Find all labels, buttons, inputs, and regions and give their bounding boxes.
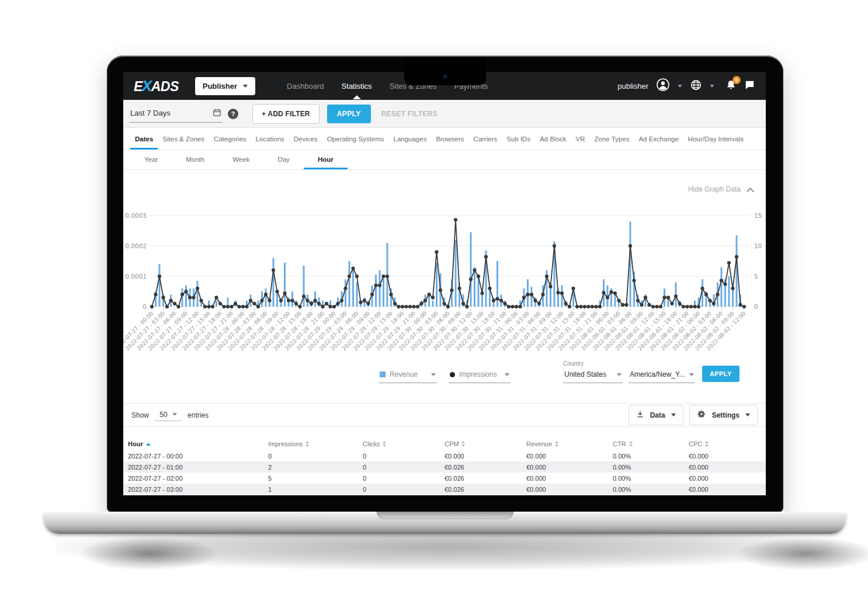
laptop-screen-bezel: EXADS Publisher DashboardStatisticsSites… xyxy=(107,55,783,513)
tab[interactable]: Sites & Zones xyxy=(158,128,209,150)
subtab[interactable]: Hour xyxy=(304,150,348,169)
country-group: Country United States xyxy=(563,360,623,383)
column-header[interactable]: Revenue xyxy=(526,440,613,447)
column-header[interactable]: CPM xyxy=(445,440,526,447)
table-row[interactable]: 2022-07-27 - 02:0050€0.026€0.0000.00%€0.… xyxy=(123,473,766,484)
subtab[interactable]: Month xyxy=(172,150,218,169)
entries-label: entries xyxy=(188,411,209,419)
role-selector[interactable]: Publisher xyxy=(195,77,255,95)
country-label: Country xyxy=(563,360,623,367)
chevron-down-icon xyxy=(431,373,436,376)
reset-filters-button[interactable]: RESET FILTERS xyxy=(381,110,438,118)
webcam-icon xyxy=(443,75,447,78)
hide-graph-toggle[interactable]: Hide Graph Data xyxy=(123,184,766,194)
chevron-down-icon xyxy=(617,373,622,376)
chevron-down-icon[interactable] xyxy=(678,85,682,88)
subtab[interactable]: Day xyxy=(263,150,303,169)
tab[interactable]: VR xyxy=(571,128,590,150)
column-header[interactable]: Hour xyxy=(128,440,268,447)
filter-bar: Last 7 Days + ADD FILTER APPLY RESET FIL… xyxy=(123,100,766,128)
data-export-button[interactable]: Data xyxy=(629,405,683,425)
impressions-swatch xyxy=(450,372,455,377)
column-header[interactable]: Clicks xyxy=(363,440,445,447)
tab[interactable]: Zone Types xyxy=(590,128,634,150)
page-size-select[interactable]: 50 xyxy=(155,409,182,421)
globe-icon[interactable] xyxy=(690,79,702,93)
subtab[interactable]: Year xyxy=(130,150,172,169)
sort-icon xyxy=(383,441,386,447)
chat-icon[interactable] xyxy=(744,79,755,93)
tab[interactable]: Hour/Day Intervals xyxy=(683,128,748,150)
sort-icon xyxy=(629,441,633,447)
column-header[interactable]: Impressions xyxy=(268,440,363,447)
gear-icon xyxy=(697,409,706,421)
subtabs: YearMonthWeekDayHour xyxy=(123,150,766,170)
tab[interactable]: Languages xyxy=(388,128,431,150)
tab[interactable]: Sub IDs xyxy=(502,128,535,150)
svg-text:0.0002: 0.0002 xyxy=(125,242,147,249)
tab[interactable]: Carriers xyxy=(468,128,502,150)
settings-button[interactable]: Settings xyxy=(689,405,758,425)
tab[interactable]: Operating Systems xyxy=(322,128,389,150)
combo-chart: 00.00010.00020.00030510152022-07-27 - 00… xyxy=(123,209,766,358)
table-row[interactable]: 2022-07-27 - 01:0020€0.026€0.0000.00%€0.… xyxy=(123,461,766,473)
app-window: EXADS Publisher DashboardStatisticsSites… xyxy=(123,72,766,495)
metric-select-revenue[interactable]: Revenue xyxy=(379,368,437,383)
legend-row: Revenue Impressions Country United State… xyxy=(379,360,751,383)
table-body: 2022-07-27 - 00:0000€0.000€0.0000.00%€0.… xyxy=(123,450,766,495)
chevron-down-icon xyxy=(172,413,177,416)
tab[interactable]: Ad Exchange xyxy=(634,128,683,150)
column-header[interactable]: CPC xyxy=(689,440,761,447)
country-select[interactable]: United States xyxy=(563,369,623,383)
timezone-select[interactable]: America/New_Y... xyxy=(629,369,695,383)
laptop-shadow-right xyxy=(733,536,868,571)
chevron-down-icon xyxy=(243,85,248,88)
tab[interactable]: Dates xyxy=(130,128,158,150)
help-icon[interactable] xyxy=(228,109,238,119)
date-range-input[interactable]: Last 7 Days xyxy=(129,105,223,123)
page: EXADS Publisher DashboardStatisticsSites… xyxy=(0,0,868,594)
table-row[interactable]: 2022-07-27 - 03:0010€0.026€0.0000.00%€0.… xyxy=(123,484,766,495)
chevron-down-icon xyxy=(745,414,750,416)
user-label: publisher xyxy=(617,82,648,91)
nav-right: publisher 0 xyxy=(617,78,755,94)
avatar-icon[interactable] xyxy=(656,78,670,94)
sort-icon xyxy=(461,441,465,447)
calendar-icon xyxy=(213,108,221,119)
svg-text:0.0003: 0.0003 xyxy=(125,212,147,219)
laptop-base-notch xyxy=(377,512,513,519)
chevron-down-icon xyxy=(671,414,676,416)
svg-text:0.0001: 0.0001 xyxy=(125,273,147,280)
column-header[interactable]: CTR xyxy=(613,440,689,447)
exads-logo: EXADS xyxy=(134,77,179,95)
chevron-down-icon[interactable] xyxy=(710,85,714,88)
subtab[interactable]: Week xyxy=(218,150,263,169)
stats-table: HourImpressionsClicksCPMRevenueCTRCPC 20… xyxy=(123,437,766,495)
tab[interactable]: Locations xyxy=(251,128,289,150)
ctrl-buttons: Data Settings xyxy=(629,405,758,425)
sort-icon xyxy=(705,441,709,447)
graph-apply-button[interactable]: APPLY xyxy=(702,366,739,382)
chevron-down-icon xyxy=(505,373,509,376)
tab[interactable]: Ad Block xyxy=(535,128,571,150)
sort-icon xyxy=(305,441,309,447)
nav-item[interactable]: Statistics xyxy=(341,73,373,99)
apply-button[interactable]: APPLY xyxy=(327,105,371,123)
sort-icon xyxy=(146,443,151,446)
table-row[interactable]: 2022-07-27 - 00:0000€0.000€0.0000.00%€0.… xyxy=(123,450,766,461)
tab[interactable]: Categories xyxy=(209,128,251,150)
notification-badge: 0 xyxy=(732,76,741,84)
nav-item[interactable]: Dashboard xyxy=(286,73,325,99)
chevron-down-icon xyxy=(689,373,694,376)
metric-select-impressions[interactable]: Impressions xyxy=(449,368,511,383)
table-controls: Show 50 entries Data xyxy=(123,403,766,427)
laptop-shadow-left xyxy=(76,536,222,571)
tab[interactable]: Browsers xyxy=(431,128,468,150)
laptop-notch xyxy=(404,57,486,85)
svg-text:0: 0 xyxy=(754,303,758,310)
tab[interactable]: Devices xyxy=(289,128,322,150)
show-label: Show xyxy=(131,411,149,419)
add-filter-button[interactable]: + ADD FILTER xyxy=(252,104,320,124)
tabs: DatesSites & ZonesCategoriesLocationsDev… xyxy=(123,128,766,150)
notifications-bell-icon[interactable]: 0 xyxy=(725,79,737,93)
